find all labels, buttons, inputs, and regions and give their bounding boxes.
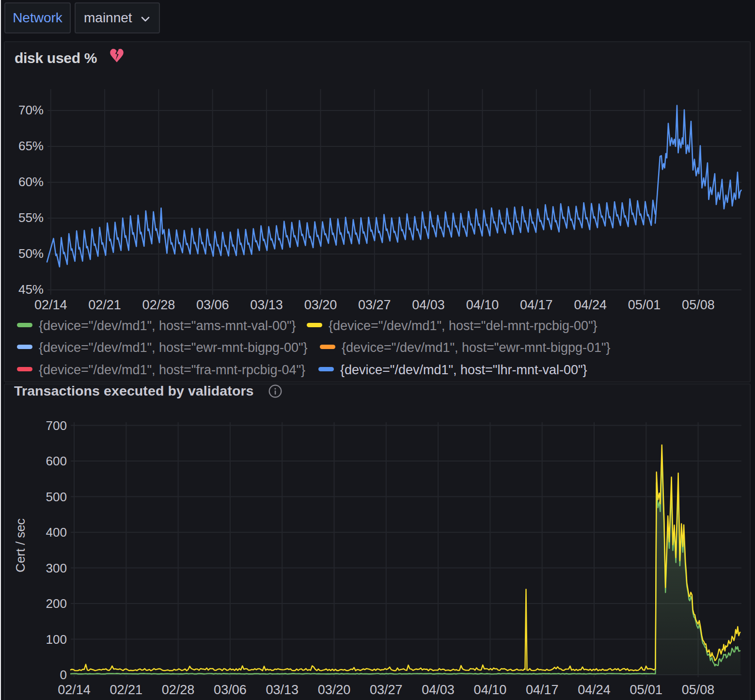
svg-text:04/17: 04/17	[526, 683, 559, 697]
svg-text:70%: 70%	[18, 103, 44, 117]
svg-text:Cert / sec: Cert / sec	[13, 518, 28, 572]
svg-text:03/06: 03/06	[196, 298, 229, 312]
svg-text:65%: 65%	[18, 139, 44, 153]
svg-text:02/21: 02/21	[110, 683, 143, 697]
svg-text:03/13: 03/13	[250, 298, 283, 312]
svg-text:04/03: 04/03	[412, 298, 445, 312]
svg-text:50%: 50%	[18, 246, 44, 261]
svg-text:400: 400	[46, 525, 67, 540]
svg-text:60%: 60%	[18, 175, 44, 189]
svg-text:02/21: 02/21	[88, 298, 121, 312]
svg-text:02/28: 02/28	[142, 298, 175, 312]
svg-text:100: 100	[46, 632, 67, 647]
svg-text:0: 0	[60, 668, 67, 682]
svg-text:04/10: 04/10	[466, 298, 499, 312]
svg-text:05/08: 05/08	[682, 298, 715, 312]
svg-text:300: 300	[46, 561, 67, 575]
svg-text:03/06: 03/06	[214, 683, 247, 697]
svg-text:03/13: 03/13	[266, 683, 299, 697]
svg-text:600: 600	[46, 454, 67, 468]
svg-text:03/20: 03/20	[318, 683, 351, 697]
svg-text:03/27: 03/27	[370, 683, 403, 697]
svg-text:04/17: 04/17	[520, 298, 553, 312]
svg-text:04/10: 04/10	[474, 683, 507, 697]
svg-text:02/14: 02/14	[58, 683, 91, 697]
svg-text:05/01: 05/01	[630, 683, 663, 697]
svg-text:45%: 45%	[18, 282, 44, 297]
svg-text:04/03: 04/03	[422, 683, 455, 697]
svg-text:04/24: 04/24	[578, 683, 611, 697]
svg-text:03/27: 03/27	[358, 298, 391, 312]
svg-text:05/08: 05/08	[682, 683, 715, 697]
svg-text:02/14: 02/14	[34, 298, 67, 312]
svg-text:05/01: 05/01	[628, 298, 661, 312]
svg-text:02/28: 02/28	[162, 683, 195, 697]
svg-text:55%: 55%	[18, 210, 44, 225]
svg-text:700: 700	[46, 418, 67, 433]
svg-text:500: 500	[46, 490, 67, 504]
svg-text:04/24: 04/24	[574, 298, 607, 312]
svg-text:03/20: 03/20	[304, 298, 337, 312]
svg-text:200: 200	[46, 596, 67, 611]
